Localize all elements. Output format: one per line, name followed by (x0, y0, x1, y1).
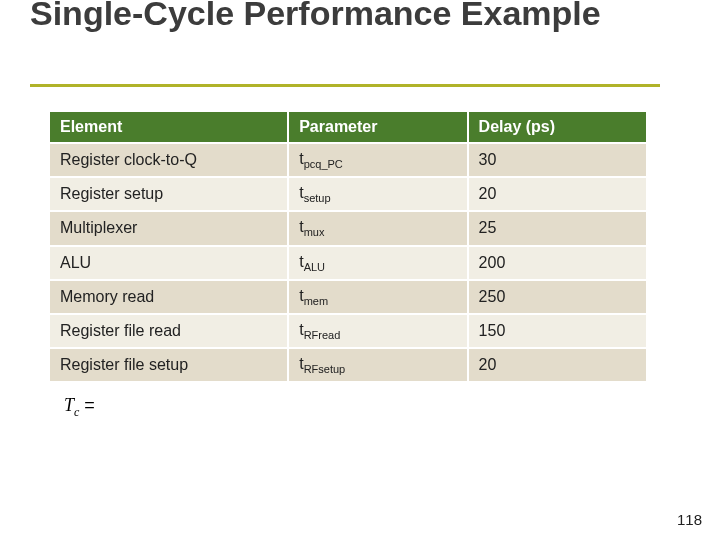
cell-delay: 20 (468, 177, 647, 211)
table-row: Multiplexer tmux 25 (49, 211, 647, 245)
slide-title: Single-Cycle Performance Example (30, 0, 690, 39)
cell-element: Register setup (49, 177, 288, 211)
cell-delay: 30 (468, 143, 647, 177)
cell-parameter: tRFread (288, 314, 467, 348)
table-row: Register file read tRFread 150 (49, 314, 647, 348)
cell-parameter: tmem (288, 280, 467, 314)
col-element: Element (49, 111, 288, 143)
cell-element: Multiplexer (49, 211, 288, 245)
cell-parameter: tmux (288, 211, 467, 245)
col-parameter: Parameter (288, 111, 467, 143)
cell-parameter: tpcq_PC (288, 143, 467, 177)
col-delay: Delay (ps) (468, 111, 647, 143)
table-row: Register file setup tRFsetup 20 (49, 348, 647, 382)
title-underline (30, 84, 660, 87)
cell-parameter: tRFsetup (288, 348, 467, 382)
delay-table: Element Parameter Delay (ps) Register cl… (48, 110, 648, 383)
cell-element: Register file setup (49, 348, 288, 382)
slide: Single-Cycle Performance Example Element… (0, 0, 720, 540)
cell-element: Memory read (49, 280, 288, 314)
cycle-time-formula: Tc = (64, 395, 95, 420)
table-row: ALU tALU 200 (49, 246, 647, 280)
table-row: Memory read tmem 250 (49, 280, 647, 314)
cell-delay: 200 (468, 246, 647, 280)
table-row: Register clock-to-Q tpcq_PC 30 (49, 143, 647, 177)
page-number: 118 (677, 511, 702, 528)
cell-delay: 20 (468, 348, 647, 382)
cell-element: Register clock-to-Q (49, 143, 288, 177)
cell-delay: 250 (468, 280, 647, 314)
cell-parameter: tsetup (288, 177, 467, 211)
cell-delay: 150 (468, 314, 647, 348)
cell-parameter: tALU (288, 246, 467, 280)
cell-delay: 25 (468, 211, 647, 245)
cell-element: Register file read (49, 314, 288, 348)
title-block: Single-Cycle Performance Example (30, 0, 690, 39)
table-row: Register setup tsetup 20 (49, 177, 647, 211)
table-header-row: Element Parameter Delay (ps) (49, 111, 647, 143)
delay-table-wrap: Element Parameter Delay (ps) Register cl… (48, 110, 648, 383)
cell-element: ALU (49, 246, 288, 280)
